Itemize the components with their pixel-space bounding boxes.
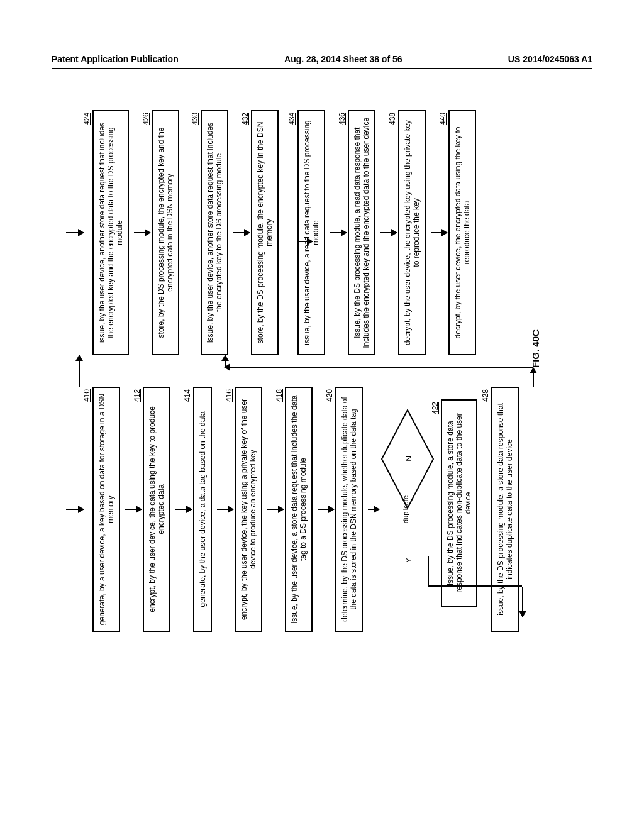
connector-y-branch-vert [428, 585, 522, 587]
ref-number: 430 [191, 113, 199, 125]
step-text: issue, by the DS processing module, a st… [446, 413, 472, 593]
step-430: 430 issue, by the user device, another s… [201, 110, 228, 355]
decision-duplicate: duplicate Y N [380, 387, 435, 632]
ref-number: 440 [438, 113, 447, 125]
step-420: 420 determine, by the DS processing modu… [335, 387, 363, 632]
figure-label: FIG. 40C [530, 329, 541, 368]
step-426: 426 store, by the DS processing module, … [152, 110, 179, 355]
arrow-down-icon [431, 232, 447, 233]
flow-left-column: 410 generate, by a user device, a key ba… [66, 387, 524, 632]
header-center: Aug. 28, 2014 Sheet 38 of 56 [284, 54, 402, 64]
arrow-down-icon [175, 509, 192, 510]
step-text: issue, by the user device, another store… [97, 123, 124, 343]
arrow-down-icon [125, 509, 142, 510]
step-434: 434 issue, by the user device, a read da… [297, 110, 325, 355]
connector-y-branch-top [428, 556, 429, 587]
step-text: determine, by the DS processing module, … [340, 397, 358, 622]
step-436: 436 issue, by the DS processing module, … [348, 110, 375, 355]
ref-number: 432 [241, 113, 250, 125]
flow-right-column: 424 issue, by the user device, another s… [66, 110, 481, 355]
header-right: US 2014/0245063 A1 [508, 54, 592, 64]
connector-into-434 [299, 241, 313, 242]
ref-number: 436 [338, 113, 347, 125]
ref-number: 422 [431, 402, 440, 414]
step-428: 428 issue, by the DS processing module, … [491, 387, 519, 632]
step-410: 410 generate, by a user device, a key ba… [92, 387, 120, 632]
arrow-down-icon [217, 509, 233, 510]
connector-428-to-430-h2 [225, 355, 226, 368]
ref-number: 412 [133, 389, 142, 402]
ref-number: 410 [82, 389, 91, 402]
ref-number: 420 [325, 389, 334, 402]
arrow-down-icon [380, 232, 397, 233]
step-416: 416 encrypt, by the user device, the key… [235, 387, 262, 632]
step-text: generate, by a user device, a key based … [97, 394, 115, 625]
step-412: 412 encrypt, by the user device, the dat… [143, 387, 170, 632]
step-424: 424 issue, by the user device, another s… [92, 110, 129, 355]
step-text: issue, by the DS processing module, a st… [496, 403, 514, 616]
step-text: issue, by the user device, another store… [206, 123, 223, 343]
step-text: generate, by the user device, a data tag… [198, 412, 207, 607]
connector-422-to-right [79, 355, 80, 387]
ref-number: 416 [225, 389, 233, 402]
step-432: 432 store, by the DS processing module, … [251, 110, 279, 355]
ref-number: 438 [388, 113, 397, 125]
arrow-down-icon [330, 232, 347, 233]
header-rule [52, 68, 592, 69]
arrow-down-icon [368, 509, 379, 510]
step-text: issue, by the user device, a store data … [290, 396, 308, 624]
step-text: issue, by the DS processing module, a re… [353, 118, 370, 348]
page: Patent Application Publication Aug. 28, … [0, 0, 644, 830]
step-422: 422 issue, by the DS processing module, … [441, 399, 477, 607]
spacer [284, 110, 297, 355]
arrow-down-icon [267, 509, 284, 510]
arrow-down-icon [66, 509, 84, 510]
arrow-down-icon [66, 232, 84, 233]
spacer [482, 387, 491, 632]
step-text: encrypt, by the user device, the key usi… [240, 399, 257, 620]
spacer [184, 110, 201, 355]
step-414: 414 generate, by the user device, a data… [193, 387, 212, 632]
connector-y-branch-bot [522, 587, 523, 617]
flowchart: 410 generate, by a user device, a key ba… [66, 110, 544, 632]
ref-number: 426 [142, 113, 150, 125]
ref-number: 428 [481, 389, 490, 402]
arrow-down-icon [318, 509, 334, 510]
connector-428-to-430-v [225, 367, 533, 368]
page-header: Patent Application Publication Aug. 28, … [52, 54, 592, 64]
step-438: 438 decrypt, by the user device, the enc… [398, 110, 426, 355]
branch-n-label: N [404, 456, 413, 462]
arrow-down-icon [233, 232, 250, 233]
connector-428-to-430-h [533, 368, 534, 387]
ref-number: 414 [183, 389, 192, 402]
step-text: issue, by the user device, a read data r… [303, 120, 320, 345]
step-text: encrypt, by the user device, the data us… [148, 406, 165, 612]
decision-text: duplicate [402, 495, 409, 523]
branch-y-label: Y [404, 558, 413, 563]
step-440: 440 decrypt, by the user device, the enc… [448, 110, 476, 355]
ref-number: 424 [82, 113, 91, 125]
step-text: store, by the DS processing module, the … [157, 128, 174, 338]
step-418: 418 issue, by the user device, a store d… [285, 387, 313, 632]
header-left: Patent Application Publication [52, 54, 179, 64]
ref-number: 434 [287, 113, 296, 125]
step-text: decrypt, by the user device, the encrypt… [453, 127, 471, 339]
arrow-down-icon [134, 232, 150, 233]
step-text: store, by the DS processing module, the … [256, 122, 274, 344]
ref-number: 418 [275, 389, 284, 402]
step-text: decrypt, by the user device, the encrypt… [403, 120, 421, 345]
